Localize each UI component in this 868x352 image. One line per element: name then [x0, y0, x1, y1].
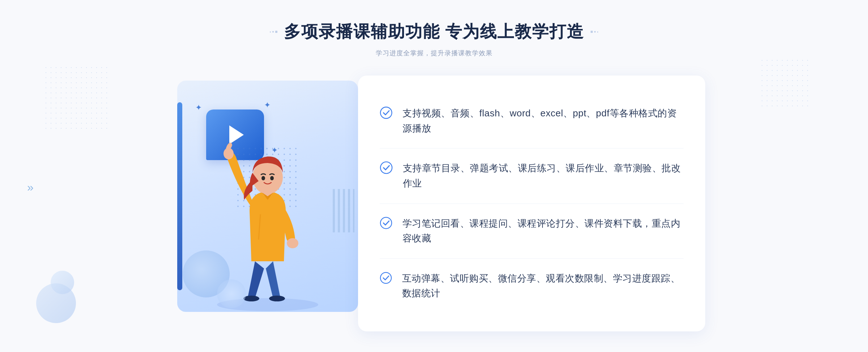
title-row: 多项录播课辅助功能 专为线上教学打造 — [270, 21, 599, 43]
svg-point-2 — [269, 296, 285, 301]
features-card: 支持视频、音频、flash、word、excel、ppt、pdf等各种格式的资源… — [358, 76, 705, 331]
feature-text-3: 学习笔记回看、课程提问、课程评论打分、课件资料下载，重点内容收藏 — [403, 216, 684, 246]
svg-point-4 — [287, 238, 298, 248]
feature-text-1: 支持视频、音频、flash、word、excel、ppt、pdf等各种格式的资源… — [403, 106, 684, 136]
feature-text-4: 互动弹幕、试听购买、微信分享、观看次数限制、学习进度跟踪、数据统计 — [402, 271, 684, 301]
page-header: 多项录播课辅助功能 专为线上教学打造 学习进度全掌握，提升录播课教学效果 — [270, 21, 599, 57]
illus-accent-bar — [177, 102, 182, 290]
circle-decoration-small — [51, 271, 74, 294]
feature-text-2: 支持章节目录、弹题考试、课后练习、课后作业、章节测验、批改作业 — [403, 161, 684, 191]
illus-circle-small — [217, 279, 246, 308]
svg-point-11 — [380, 162, 392, 173]
check-icon-3 — [380, 216, 392, 230]
feature-item-2: 支持章节目录、弹题考试、课后练习、课后作业、章节测验、批改作业 — [380, 149, 684, 203]
deco-left — [270, 31, 277, 33]
svg-point-13 — [380, 272, 391, 283]
sparkle-2: ✦ — [264, 100, 271, 110]
page-subtitle: 学习进度全掌握，提升录播课教学效果 — [270, 49, 599, 57]
check-icon-4 — [380, 271, 392, 285]
svg-point-12 — [380, 217, 392, 228]
svg-point-8 — [270, 176, 274, 180]
svg-point-1 — [243, 296, 259, 301]
chevrons-decoration: » — [27, 181, 31, 194]
dots-decoration-right — [760, 58, 810, 108]
check-icon-1 — [380, 106, 392, 120]
sparkle-1: ✦ — [195, 103, 202, 112]
feature-item-4: 互动弹幕、试听购买、微信分享、观看次数限制、学习进度跟踪、数据统计 — [380, 259, 684, 313]
feature-item-3: 学习笔记回看、课程提问、课程评论打分、课件资料下载，重点内容收藏 — [380, 204, 684, 259]
page-title: 多项录播课辅助功能 专为线上教学打造 — [284, 21, 584, 43]
check-icon-2 — [380, 161, 393, 175]
main-content: ✦ ✦ ✦ — [152, 76, 716, 331]
deco-right — [591, 31, 598, 33]
feature-item-1: 支持视频、音频、flash、word、excel、ppt、pdf等各种格式的资源… — [380, 94, 684, 149]
illus-stripes — [333, 189, 354, 232]
dots-decoration-left — [43, 65, 109, 130]
svg-point-7 — [261, 176, 265, 180]
svg-point-10 — [380, 107, 392, 119]
illustration-area: ✦ ✦ ✦ — [163, 81, 365, 326]
